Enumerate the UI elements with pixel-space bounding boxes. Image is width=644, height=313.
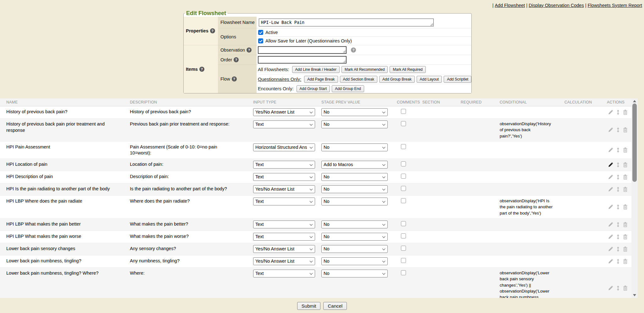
stage-prev-value-select[interactable]: No: [321, 120, 388, 128]
stage-prev-value-select[interactable]: No: [321, 198, 388, 205]
add-page-break-button[interactable]: Add Page Break: [304, 76, 338, 83]
help-icon[interactable]: ?: [210, 28, 215, 33]
input-type-select[interactable]: Yes/No Answer List: [253, 108, 315, 116]
move-updown-icon[interactable]: [617, 162, 619, 167]
delete-trash-icon[interactable]: [623, 175, 628, 180]
move-updown-icon[interactable]: [617, 127, 619, 132]
comments-checkbox[interactable]: [401, 144, 406, 149]
delete-trash-icon[interactable]: [623, 187, 628, 192]
move-updown-icon[interactable]: [617, 234, 619, 239]
comments-checkbox[interactable]: [401, 174, 406, 179]
edit-pencil-icon[interactable]: [608, 259, 613, 264]
edit-pencil-icon[interactable]: [608, 234, 613, 239]
delete-trash-icon[interactable]: [623, 234, 628, 239]
add-scriptlet-button[interactable]: Add Scriptlet: [444, 76, 471, 83]
input-type-select[interactable]: Text: [253, 120, 315, 128]
help-icon[interactable]: ?: [247, 48, 252, 53]
help-icon[interactable]: ?: [234, 57, 239, 62]
top-link-flowsheets-system-report[interactable]: Flowsheets System Report: [588, 3, 642, 8]
move-updown-icon[interactable]: [617, 187, 619, 192]
input-type-select[interactable]: Yes/No Answer List: [253, 185, 315, 193]
comments-checkbox[interactable]: [401, 233, 406, 238]
comments-checkbox[interactable]: [401, 270, 406, 275]
edit-pencil-icon[interactable]: [608, 187, 613, 192]
observation-input[interactable]: [258, 46, 347, 54]
edit-pencil-icon[interactable]: [608, 127, 613, 132]
stage-prev-value-select[interactable]: No: [321, 108, 388, 116]
edit-pencil-icon[interactable]: [608, 222, 613, 227]
move-updown-icon[interactable]: [617, 286, 619, 291]
add-group-break-button[interactable]: Add Group Break: [379, 76, 415, 83]
edit-pencil-icon[interactable]: [608, 148, 613, 153]
move-updown-icon[interactable]: [617, 222, 619, 227]
stage-prev-value-select[interactable]: Add to Macros: [321, 161, 388, 169]
help-icon[interactable]: ?: [199, 67, 204, 72]
mark-all-recommended-button[interactable]: Mark All Recommended: [341, 66, 388, 73]
input-type-select[interactable]: Text: [253, 270, 315, 277]
move-updown-icon[interactable]: [617, 148, 619, 153]
edit-pencil-icon[interactable]: [608, 110, 613, 115]
comments-checkbox[interactable]: [401, 258, 406, 263]
add-layout-button[interactable]: Add Layout: [417, 76, 442, 83]
comments-checkbox[interactable]: [401, 109, 406, 114]
delete-trash-icon[interactable]: [623, 148, 628, 153]
stage-prev-value-select[interactable]: No: [321, 245, 388, 253]
help-icon[interactable]: ?: [232, 76, 237, 81]
comments-checkbox[interactable]: [401, 186, 406, 191]
edit-pencil-icon[interactable]: [608, 204, 613, 210]
edit-pencil-icon[interactable]: [608, 175, 613, 180]
edit-pencil-icon[interactable]: [608, 247, 613, 252]
stage-prev-value-select[interactable]: No: [321, 257, 388, 265]
delete-trash-icon[interactable]: [623, 247, 628, 252]
delete-trash-icon[interactable]: [623, 110, 628, 115]
input-type-select[interactable]: Horizontal Structured Ans: [253, 143, 315, 151]
comments-checkbox[interactable]: [401, 246, 406, 251]
allow-save-for-later-questionnaires-only-checkbox[interactable]: [258, 38, 263, 43]
stage-prev-value-select[interactable]: No: [321, 233, 388, 241]
add-group-end-button[interactable]: Add Group End: [332, 85, 364, 92]
comments-checkbox[interactable]: [401, 198, 406, 203]
cancel-button[interactable]: Cancel: [323, 302, 347, 310]
comments-checkbox[interactable]: [401, 161, 406, 166]
flowsheet-name-input[interactable]: HPI-Low Back Pain: [259, 19, 434, 26]
mark-all-required-button[interactable]: Mark All Required: [390, 66, 426, 73]
delete-trash-icon[interactable]: [623, 286, 628, 291]
order-input[interactable]: [258, 56, 347, 64]
input-type-select[interactable]: Text: [253, 173, 315, 181]
delete-trash-icon[interactable]: [623, 127, 628, 132]
top-link-add-flowsheet[interactable]: Add Flowsheet: [495, 3, 525, 8]
stage-prev-value-select[interactable]: No: [321, 143, 388, 151]
move-updown-icon[interactable]: [617, 110, 619, 115]
stage-prev-value-select[interactable]: No: [321, 185, 388, 193]
move-updown-icon[interactable]: [617, 204, 619, 210]
delete-trash-icon[interactable]: [623, 222, 628, 227]
stage-prev-value-select[interactable]: No: [321, 270, 388, 277]
scrollbar-thumb[interactable]: [632, 103, 637, 182]
top-link-display-observation-codes[interactable]: Display Observation Codes: [529, 3, 584, 8]
move-updown-icon[interactable]: [617, 175, 619, 180]
input-type-select[interactable]: Text: [253, 233, 315, 241]
help-icon[interactable]: ?: [351, 48, 356, 53]
delete-trash-icon[interactable]: [623, 204, 628, 210]
scroll-up-button[interactable]: [631, 98, 638, 104]
stage-prev-value-select[interactable]: No: [321, 221, 388, 228]
stage-prev-value-select[interactable]: No: [321, 173, 388, 181]
input-type-select[interactable]: Yes/No Answer List: [253, 245, 315, 253]
comments-checkbox[interactable]: [401, 121, 406, 126]
add-group-start-button[interactable]: Add Group Start: [297, 85, 330, 92]
delete-trash-icon[interactable]: [623, 162, 628, 167]
input-type-select[interactable]: Text: [253, 221, 315, 228]
move-updown-icon[interactable]: [617, 247, 619, 252]
comments-checkbox[interactable]: [401, 221, 406, 226]
delete-trash-icon[interactable]: [623, 259, 628, 264]
edit-pencil-icon[interactable]: [608, 286, 613, 291]
scroll-down-button[interactable]: [631, 293, 638, 298]
input-type-select[interactable]: Text: [253, 198, 315, 205]
input-type-select[interactable]: Text: [253, 161, 315, 169]
edit-pencil-icon[interactable]: [608, 162, 613, 167]
add-line-break-header-button[interactable]: Add Line Break / Header: [292, 66, 340, 73]
move-updown-icon[interactable]: [617, 259, 619, 264]
input-type-select[interactable]: Yes/No Answer List: [253, 257, 315, 265]
vertical-scrollbar[interactable]: [631, 98, 638, 298]
active-checkbox[interactable]: [258, 30, 263, 35]
